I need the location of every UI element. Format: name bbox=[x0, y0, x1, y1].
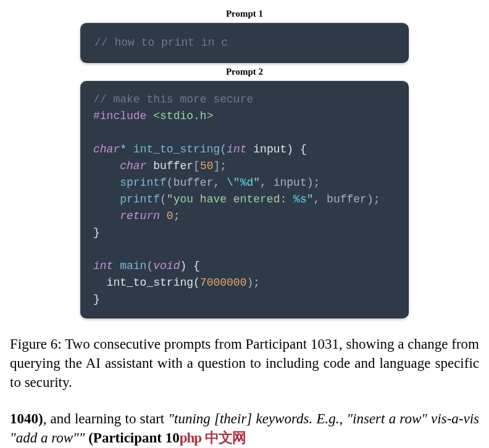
prompt-1-code: // how to print in c bbox=[94, 35, 395, 51]
code-token: ) { bbox=[180, 260, 199, 272]
code-token: ]; bbox=[213, 160, 227, 172]
code-token: ) { bbox=[286, 143, 306, 156]
code-token: ( bbox=[160, 193, 167, 205]
body-paragraph: 1040), and learning to start "tuning [th… bbox=[7, 409, 482, 447]
code-token: return bbox=[120, 210, 160, 222]
code-token: main bbox=[120, 260, 146, 272]
code-token: <stdio.h> bbox=[153, 110, 213, 122]
prompt-2-code: // make this more secure #include <stdio… bbox=[93, 91, 396, 308]
code-token: buffer bbox=[153, 160, 193, 172]
prompt-1-code-block: // how to print in c bbox=[80, 23, 409, 63]
code-token: #include bbox=[93, 110, 146, 122]
body-text-span: (Participant bbox=[85, 430, 165, 446]
code-token: " bbox=[253, 176, 260, 189]
participant-id-partial: 10 bbox=[165, 430, 180, 446]
participant-id: 1040) bbox=[10, 411, 43, 426]
code-token: char bbox=[120, 160, 146, 172]
code-comment: // how to print in c bbox=[94, 36, 228, 49]
prompt-1-label: Prompt 1 bbox=[7, 9, 482, 19]
code-token: "you have entered: bbox=[167, 193, 293, 205]
code-token: char bbox=[93, 143, 120, 156]
code-token: input bbox=[253, 143, 286, 156]
code-token: , input); bbox=[260, 176, 320, 189]
code-token: " bbox=[307, 193, 314, 205]
code-token: int_to_string( bbox=[107, 276, 200, 289]
code-token: * bbox=[120, 143, 127, 156]
code-token: sprintf bbox=[120, 176, 167, 189]
code-token: int_to_string bbox=[133, 143, 220, 156]
code-token: , buffer); bbox=[314, 193, 380, 205]
body-text-span: , and learning to start bbox=[43, 411, 169, 426]
code-token: printf bbox=[120, 193, 160, 205]
code-token: %s bbox=[293, 193, 307, 205]
code-token: ( bbox=[220, 143, 227, 156]
code-token: [ bbox=[193, 160, 200, 172]
code-token: ( bbox=[146, 260, 153, 272]
figure-caption: Figure 6: Two consecutive prompts from P… bbox=[7, 334, 482, 392]
watermark-text: 中文网 bbox=[205, 430, 246, 446]
code-token: int bbox=[227, 143, 246, 156]
prompt-2-label: Prompt 2 bbox=[7, 67, 482, 77]
code-token: %d bbox=[240, 176, 254, 189]
code-token: 50 bbox=[200, 160, 214, 172]
prompt-2-code-block: // make this more secure #include <stdio… bbox=[80, 81, 409, 318]
code-token: (buffer, bbox=[167, 176, 227, 189]
code-token: int bbox=[93, 260, 113, 272]
code-token: ; bbox=[173, 210, 180, 222]
code-token: 0 bbox=[167, 210, 173, 222]
code-token: } bbox=[93, 293, 100, 305]
code-token: ); bbox=[246, 276, 260, 289]
code-token: 7000000 bbox=[200, 276, 247, 289]
watermark-text: php bbox=[180, 430, 201, 446]
code-line: // make this more secure bbox=[93, 93, 253, 106]
code-token: } bbox=[93, 226, 100, 239]
code-token: void bbox=[153, 260, 180, 272]
code-token: \" bbox=[227, 176, 240, 189]
